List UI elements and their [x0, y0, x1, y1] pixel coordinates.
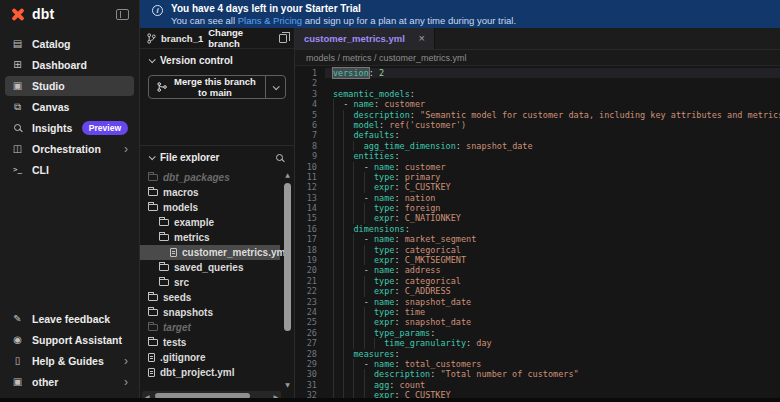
tree-item-label: src: [174, 277, 189, 288]
tree-item-seeds[interactable]: seeds: [140, 290, 294, 305]
sidebar-collapse-icon[interactable]: [116, 9, 129, 20]
copy-icon[interactable]: [279, 34, 287, 43]
main-area: You have 4 days left in your Starter Tri…: [140, 0, 780, 402]
merge-options-dropdown[interactable]: [265, 76, 285, 98]
branch-name: branch_1: [161, 33, 203, 44]
code-line: measures:: [325, 349, 780, 359]
code-area[interactable]: 1234567891011121314151617181920212223242…: [295, 66, 780, 402]
scroll-up-icon[interactable]: ▲: [285, 171, 290, 179]
sidebar-item-catalog[interactable]: ▤Catalog: [5, 34, 134, 54]
tree-item-customer-metrics-yml[interactable]: customer_metrics.yml: [140, 245, 280, 260]
code-line: entities:: [325, 151, 780, 161]
folder-icon: [159, 279, 169, 286]
file-icon: [148, 353, 155, 362]
tree-item-label: models: [163, 202, 198, 213]
tree-item-snapshots[interactable]: snapshots: [140, 305, 294, 320]
file-icon: [148, 368, 155, 377]
code-line: - name: snapshot_date: [325, 297, 780, 307]
tab-customer-metrics-yml[interactable]: customer_metrics.yml ×: [295, 28, 435, 49]
app-window: dbt ▤Catalog⊞Dashboard▣Studio⧉CanvasInsi…: [0, 0, 780, 402]
sidebar-item-leave-feedback[interactable]: ✎Leave feedback: [5, 309, 134, 329]
folder-icon: [148, 189, 158, 196]
line-number: 23: [295, 297, 325, 307]
tree-item-label: .gitignore: [160, 352, 206, 363]
dbt-logo-text: dbt: [32, 6, 54, 22]
tree-item-tests[interactable]: tests: [140, 335, 294, 350]
sidebar-item-canvas[interactable]: ⧉Canvas: [5, 97, 134, 117]
branch-bar: branch_1 Change branch: [140, 28, 294, 49]
scroll-down-icon[interactable]: ▼: [285, 381, 290, 389]
code-line: expr: C_CUSTKEY: [325, 182, 780, 192]
chevron-right-icon: ›: [124, 356, 128, 366]
code-line: model: ref('customer'): [325, 120, 780, 130]
line-number: 15: [295, 213, 325, 223]
tree-item-models[interactable]: models: [140, 200, 294, 215]
code-line: agg: count: [325, 380, 780, 390]
tree-item-dbt-packages[interactable]: dbt_packages: [140, 170, 294, 185]
sidebar-item-label: Leave feedback: [32, 313, 110, 325]
code-line: version: 2: [325, 68, 780, 78]
sidebar-footer: ✎Leave feedback◉Support Assistant▯Help &…: [0, 309, 139, 402]
code-line: type: categorical: [325, 245, 780, 255]
plans-pricing-link[interactable]: Plans & Pricing: [238, 15, 302, 26]
sidebar-item-orchestration[interactable]: ◫Orchestration›: [5, 139, 134, 159]
code-line: type: categorical: [325, 276, 780, 286]
merge-branch-label: Merge this branch to main: [173, 76, 257, 98]
line-number: 14: [295, 203, 325, 213]
trial-banner-title: You have 4 days left in your Starter Tri…: [171, 3, 516, 15]
line-number: 10: [295, 162, 325, 172]
tree-item-target[interactable]: target: [140, 320, 294, 335]
vertical-scroll-thumb[interactable]: [284, 183, 291, 331]
git-merge-icon: [157, 82, 167, 92]
code-line: description: "Semantic model for custome…: [325, 110, 780, 120]
sidebar-item-other[interactable]: ▣other›: [5, 372, 134, 392]
tree-item-gitignore[interactable]: .gitignore: [140, 350, 294, 365]
tree-item-metrics[interactable]: metrics: [140, 230, 294, 245]
sidebar-item-help-guides[interactable]: ▯Help & Guides›: [5, 351, 134, 371]
tree-item-src[interactable]: src: [140, 275, 294, 290]
tree-item-label: macros: [163, 187, 199, 198]
code-line: semantic_models:: [325, 89, 780, 99]
folder-icon: [148, 174, 158, 181]
line-number: 5: [295, 110, 325, 120]
file-explorer-section-header[interactable]: File explorer: [140, 146, 294, 169]
version-control-section-header[interactable]: Version control: [140, 49, 294, 72]
tab-close-icon[interactable]: ×: [419, 33, 425, 44]
tree-item-macros[interactable]: macros: [140, 185, 294, 200]
sidebar-item-label: Canvas: [32, 101, 69, 113]
change-branch-button[interactable]: Change branch: [208, 27, 274, 49]
code-line: expr: C_MKTSEGMENT: [325, 255, 780, 265]
vertical-scrollbar[interactable]: ▲ ▼: [283, 171, 292, 389]
chevron-right-icon: ›: [124, 144, 128, 154]
line-number: 17: [295, 234, 325, 244]
code-line: time_granularity: day: [325, 338, 780, 348]
folder-icon: [148, 324, 158, 331]
sidebar-item-studio[interactable]: ▣Studio: [5, 76, 134, 96]
chevron-right-icon: ›: [124, 377, 128, 387]
sidebar-item-dashboard[interactable]: ⊞Dashboard: [5, 55, 134, 75]
merge-row: Merge this branch to main: [148, 75, 286, 99]
file-search-icon[interactable]: [276, 154, 283, 161]
tree-item-saved-queries[interactable]: saved_queries: [140, 260, 294, 275]
sidebar-item-support-assistant[interactable]: ◉Support Assistant: [5, 330, 134, 350]
code-line: description: "Total number of customers": [325, 369, 780, 379]
tab-label: customer_metrics.yml: [304, 33, 405, 44]
catalog-icon: ▤: [11, 39, 24, 49]
tree-item-example[interactable]: example: [140, 215, 294, 230]
trial-banner: You have 4 days left in your Starter Tri…: [140, 0, 780, 28]
sidebar-item-insights[interactable]: InsightsPreview: [5, 118, 134, 138]
tree-item-label: tests: [163, 337, 186, 348]
side-panel: branch_1 Change branch Version control M…: [140, 28, 295, 402]
line-number: 8: [295, 141, 325, 151]
line-number: 22: [295, 286, 325, 296]
sidebar-item-cli[interactable]: >_CLI: [5, 160, 134, 180]
folder-icon: [148, 309, 158, 316]
line-number: 1: [295, 68, 325, 78]
merge-branch-button[interactable]: Merge this branch to main: [149, 76, 265, 98]
folder-icon: [148, 294, 158, 301]
chevron-down-icon: [149, 56, 156, 63]
tree-item-dbt-project-yml[interactable]: dbt_project.yml: [140, 365, 294, 380]
code-line: type_params:: [325, 328, 780, 338]
code-line: - name: address: [325, 265, 780, 275]
code-line: - name: total_customers: [325, 359, 780, 369]
